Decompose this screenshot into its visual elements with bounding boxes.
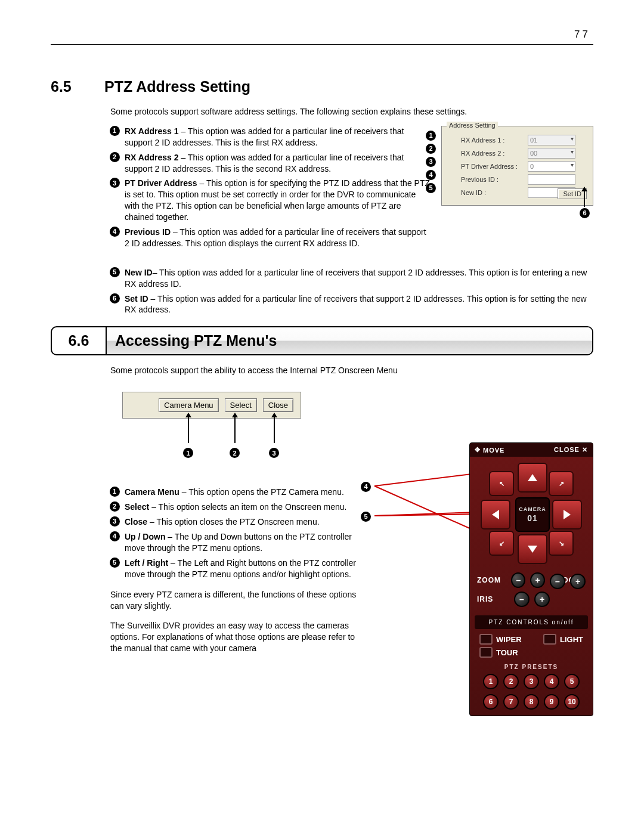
callout-3-icon: 3 [426,157,436,167]
arrow-up-icon [188,417,189,443]
camera-number: 01 [527,513,538,523]
arrow-up-icon [274,417,275,443]
ptz-controller-figure: ✥ MOVE CLOSE ✕ ↖ ↗ ↙ ↘ CAMERA 01 ZOOM [469,442,593,716]
ptz-header: ✥ MOVE CLOSE ✕ [470,443,593,457]
rx2-label: RX Address 2 : [448,150,528,157]
bullet-icon: 3 [110,178,120,188]
preset-button[interactable]: 10 [564,694,580,710]
bullet-icon: 1 [110,126,120,136]
def-text: – This option was added for a particular… [125,294,587,315]
def-row: 6 Set ID – This option was added for a p… [104,293,593,316]
section-number: 6.6 [52,327,106,354]
def-row: 3 Close – This option closes the PTZ Ons… [104,516,361,528]
section-6-5-intro: Some protocols support software address … [110,106,593,117]
arrow-up-icon [584,190,585,207]
callout-6-icon: 6 [580,208,590,218]
def-row: 1 Camera Menu – This option opens the PT… [104,487,361,498]
arrow-up-icon [528,474,537,481]
dpad-center: CAMERA 01 [515,497,550,532]
preset-button[interactable]: 8 [524,694,539,710]
def-term: New ID [125,268,153,277]
close-button[interactable]: CLOSE ✕ [554,446,588,454]
def-term: Up / Down [125,532,165,541]
address-setting-block: 1 RX Address 1 – This option was added f… [104,126,593,253]
menu-buttons-figure: Camera Menu Select Close 1 2 3 [122,392,301,419]
previd-label: Previous ID : [448,176,528,183]
preset-button[interactable]: 7 [503,694,519,710]
page-number: 77 [574,29,590,41]
groupbox-title: Address Setting [447,122,498,129]
preset-button[interactable]: 1 [483,674,499,689]
preset-button[interactable]: 9 [544,694,559,710]
dpad-left-button[interactable] [481,500,510,529]
previd-input[interactable] [528,174,575,185]
preset-button[interactable]: 2 [503,674,519,689]
bullet-icon: 6 [110,293,120,304]
callout-4: 4 [361,481,371,492]
preset-button[interactable]: 3 [524,674,539,689]
def-term: RX Address 2 [125,153,179,162]
dpad-up-button[interactable] [518,463,547,493]
bullet-icon: 3 [110,516,120,527]
preset-buttons: 1 2 3 4 5 6 7 8 9 10 [470,674,593,710]
address-setting-figure: 1 2 3 4 5 Address Setting RX Address 1 :… [441,126,593,253]
ptz-controls-onoff[interactable]: PTZ CONTROLS on/off [475,615,588,629]
dpad-downleft-button[interactable]: ↙ [489,531,514,556]
def-row: 4 Up / Down – The Up and Down buttons on… [104,531,361,554]
bullet-icon: 1 [110,487,120,497]
callout-5: 5 [361,510,371,522]
ptdriver-label: PT Driver Address : [448,163,528,170]
callout-5-icon: 5 [426,183,436,193]
newid-label: New ID : [448,189,528,196]
rx1-label: RX Address 1 : [448,137,528,144]
dpad-right-button[interactable] [552,500,582,529]
section-number: 6.5 [51,78,104,95]
select-button[interactable]: Select [225,398,257,412]
tour-label: TOUR [496,648,518,657]
dpad-downright-button[interactable]: ↘ [549,531,574,556]
dpad-upleft-button[interactable]: ↖ [489,471,514,496]
move-handle[interactable]: ✥ MOVE [475,446,504,454]
zoom-in-button[interactable]: + [530,572,544,588]
def-row: 1 RX Address 1 – This option was added f… [104,126,431,148]
def-row: 5 New ID– This option was added for a pa… [104,267,593,290]
section-6-6-footer1: Since every PTZ camera is different, the… [110,589,367,612]
def-term: Close [125,517,147,527]
callout-4-icon: 4 [361,482,371,492]
address-setting-definitions: 1 RX Address 1 – This option was added f… [104,126,431,253]
dpad-upright-button[interactable]: ↗ [549,471,574,496]
light-toggle[interactable] [543,634,556,645]
focus-far-button[interactable]: + [570,574,586,589]
close-label: CLOSE [554,446,580,453]
def-term: PT Driver Address [125,178,197,188]
focus-near-button[interactable]: – [550,574,565,589]
ptz-dpad: ↖ ↗ ↙ ↘ CAMERA 01 [481,463,582,564]
def-row: 5 Left / Right – The Left and Right butt… [104,558,361,580]
preset-button[interactable]: 5 [564,674,580,689]
def-row: 3 PT Driver Address – This option is for… [104,178,431,223]
arrow-up-icon [234,417,236,443]
camera-menu-button[interactable]: Camera Menu [159,398,218,412]
address-setting-groupbox: Address Setting RX Address 1 : 01 RX Add… [441,126,593,206]
def-text: – This option closes the PTZ Onscreen me… [147,517,319,527]
wiper-toggle[interactable] [479,634,493,645]
bullet-icon: 2 [110,501,120,512]
preset-button[interactable]: 6 [483,694,499,710]
preset-button[interactable]: 4 [544,674,559,689]
def-term: RX Address 1 [125,126,179,136]
def-text: – This option was added for a particular… [125,268,587,289]
dpad-down-button[interactable] [518,534,547,564]
def-term: Set ID [125,294,148,304]
zoom-label: ZOOM [477,576,506,584]
tour-toggle[interactable] [479,647,493,658]
ptdriver-select[interactable]: 0 [528,161,575,172]
rx2-select[interactable]: 00 [528,148,575,159]
iris-close-button[interactable]: – [514,592,530,607]
rx1-select[interactable]: 01 [528,135,575,145]
section-title: PTZ Address Setting [104,78,250,95]
def-text: – This option opens the PTZ Camera menu. [179,487,344,497]
top-rule [51,44,593,45]
iris-open-button[interactable]: + [534,592,550,607]
close-button[interactable]: Close [263,398,293,412]
wiper-label: WIPER [496,635,522,644]
